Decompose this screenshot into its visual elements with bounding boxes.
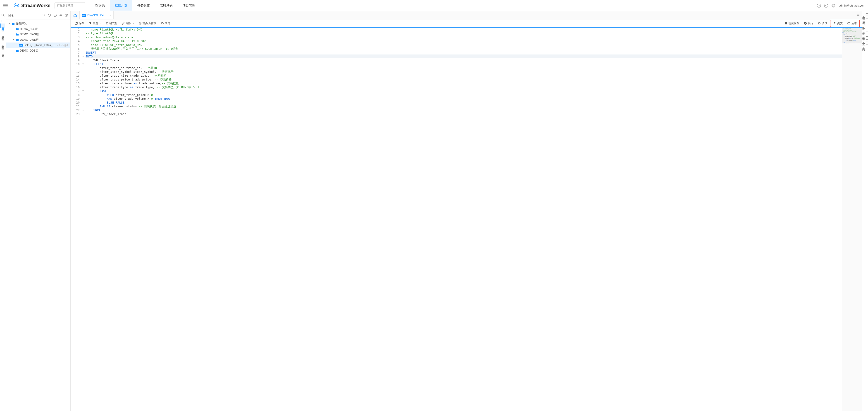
left-rail-item-2[interactable]: 函数管理 <box>1 42 5 46</box>
left-rail-icon-0[interactable] <box>1 19 5 23</box>
tool-label: 提交 <box>837 22 843 25</box>
right-rail-item-4[interactable]: 环境参数 <box>862 34 868 37</box>
right-rail-item-3[interactable]: 维表 <box>862 29 868 32</box>
nav-tab-3[interactable]: 实时湖仓 <box>155 0 178 11</box>
more-icon[interactable] <box>53 13 57 17</box>
nav-tab-1[interactable]: 数据开发 <box>110 0 132 11</box>
panel-icon <box>866 34 868 37</box>
left-rail-icon-3[interactable] <box>1 46 5 50</box>
nav-tab-0[interactable]: 数据源 <box>90 0 110 11</box>
svg-point-33 <box>161 23 163 24</box>
tool-format[interactable]: 格式化 <box>103 21 119 26</box>
chat-icon[interactable] <box>824 4 828 8</box>
code-editor[interactable]: 1234567891011121314151617181920212223 vv… <box>71 28 862 411</box>
tree-folder-1[interactable]: DEMO_DWS层 <box>6 32 70 37</box>
code-body[interactable]: -- name FlinkSQL_Kafka_Kafka_DWD-- type … <box>85 28 842 411</box>
streamworks-icon <box>13 2 20 9</box>
svg-rect-12 <box>2 29 4 31</box>
debug-icon <box>818 22 821 25</box>
tree-root[interactable]: ▼任务开发 <box>6 21 70 26</box>
tool-label: 运维 <box>851 22 857 25</box>
tree-toggle-icon[interactable]: ▼ <box>8 22 11 25</box>
nav-tab-2[interactable]: 任务运维 <box>132 0 155 11</box>
right-rail-item-1[interactable]: 源表 <box>862 18 868 21</box>
folder-icon <box>16 33 19 36</box>
editor-tab-bar: SQL FlinkSQL_Kafka_Ka... × <box>71 11 862 20</box>
file-tab[interactable]: SQL FlinkSQL_Kafka_Ka... × <box>80 11 114 19</box>
svg-rect-34 <box>785 22 787 25</box>
svg-rect-41 <box>866 29 868 31</box>
menu-toggle-icon[interactable] <box>3 3 8 8</box>
tool-convert[interactable]: 转换为脚本 <box>137 21 158 26</box>
brand-logo: StreamWorks <box>13 2 51 9</box>
search-icon[interactable] <box>1 13 5 17</box>
right-rail-item-0[interactable]: 任务详情 <box>862 13 868 16</box>
tool-theme[interactable]: 主题 <box>87 21 102 26</box>
tree-label: FlinkSQL_Kafka_Kafka_DWD <box>23 44 56 47</box>
svg-point-19 <box>55 15 56 15</box>
svg-rect-14 <box>2 47 4 49</box>
svg-point-9 <box>2 14 4 16</box>
project-selector[interactable]: 产品演示项目 ⌄ <box>55 2 85 9</box>
locate-icon[interactable] <box>42 13 45 17</box>
nav-tab-4[interactable]: 项目管理 <box>178 0 200 11</box>
tool-ops[interactable]: 运维 <box>845 21 859 26</box>
folder-icon <box>11 22 15 25</box>
tree-file-2-0[interactable]: SQL FlinkSQL_Kafka_Kafka_DWDadmin@dts... <box>6 42 70 48</box>
editor-toolbar: 保存主题格式化编辑转换为脚本预览 语法检查执行调试 提交运维 <box>71 20 862 28</box>
submit-ops-group: 提交运维 <box>830 20 860 27</box>
minimap-slider[interactable] <box>842 28 862 43</box>
line-gutter: 1234567891011121314151617181920212223 <box>71 28 82 411</box>
tree-label: DEMO_ADS层 <box>20 27 38 31</box>
tree-folder-2[interactable]: ▼DEMO_DWD层 <box>6 37 70 42</box>
left-rail-item-3[interactable]: 表查询 <box>1 50 5 55</box>
tool-label: 编辑 <box>126 22 131 25</box>
svg-rect-42 <box>866 34 868 37</box>
header-actions: ? admin@dtstack.com <box>817 4 865 8</box>
right-rail-item-2[interactable]: 结果表 <box>862 24 868 27</box>
refresh-icon[interactable] <box>48 13 51 17</box>
minimap[interactable]: -- name FlinkSQL_Kafka_Kafka_DWD-- type … <box>842 28 862 411</box>
user-label[interactable]: admin@dtstack.com <box>839 4 865 7</box>
sidebar-actions <box>42 13 68 17</box>
svg-rect-43 <box>866 40 868 42</box>
help-icon[interactable]: ? <box>817 4 821 8</box>
preview-icon <box>161 22 164 25</box>
svg-point-7 <box>827 5 827 6</box>
panel-icon <box>866 24 868 27</box>
left-rail-icon-1[interactable] <box>1 28 5 32</box>
right-rail-item-5[interactable]: 任务设置 <box>862 39 868 42</box>
tool-save[interactable]: 保存 <box>73 21 86 26</box>
content-area: SQL FlinkSQL_Kafka_Ka... × 保存主题格式化编辑转换为脚… <box>71 11 862 411</box>
tool-label: 转换为脚本 <box>143 22 156 25</box>
svg-point-5 <box>825 5 826 6</box>
add-icon[interactable] <box>65 13 68 17</box>
panel-icon <box>866 13 868 16</box>
tool-preview[interactable]: 预览 <box>159 21 172 26</box>
panel-icon <box>866 18 868 21</box>
tab-list-icon[interactable] <box>855 13 862 17</box>
right-rail-item-6[interactable]: 批模式 <box>862 44 868 47</box>
tree-folder-3[interactable]: DEMO_ODS层 <box>6 48 70 54</box>
left-rail-icon-2[interactable] <box>1 37 5 41</box>
home-tab[interactable] <box>71 11 80 19</box>
gear-icon[interactable] <box>831 4 835 8</box>
left-rail-item-0[interactable]: 任务管理 <box>0 24 5 28</box>
left-rail-item-1[interactable]: 资源管理 <box>1 33 5 37</box>
close-icon[interactable]: × <box>109 13 111 17</box>
tool-syntax[interactable]: 语法检查 <box>782 21 801 26</box>
tool-run[interactable]: 执行 <box>802 21 815 26</box>
toolbar-right: 语法检查执行调试 提交运维 <box>782 20 860 27</box>
tree-folder-0[interactable]: DEMO_ADS层 <box>6 26 70 32</box>
tree-toggle-icon[interactable]: ▼ <box>12 39 16 41</box>
theme-icon <box>89 22 92 25</box>
tool-debug[interactable]: 调试 <box>816 21 829 26</box>
tree-label: 任务开发 <box>16 22 27 26</box>
send-icon[interactable] <box>59 13 62 17</box>
tool-label: 格式化 <box>109 22 118 25</box>
svg-rect-13 <box>2 38 4 40</box>
sidebar-header: 目录 <box>6 11 70 20</box>
tool-submit[interactable]: 提交 <box>831 21 844 26</box>
tool-edit[interactable]: 编辑 <box>120 21 136 26</box>
svg-point-32 <box>139 22 141 25</box>
